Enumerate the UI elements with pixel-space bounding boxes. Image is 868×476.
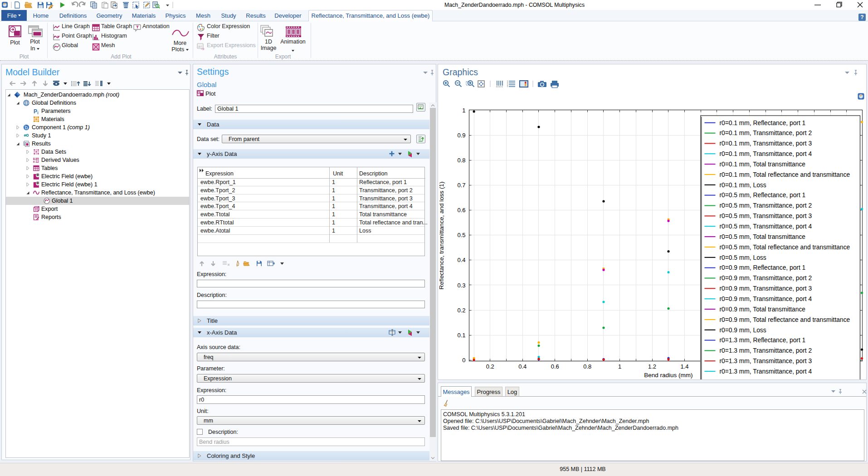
svg-text:r0=0.5 mm, Total transmittance: r0=0.5 mm, Total transmittance bbox=[720, 233, 806, 240]
svg-text:r0=1.3 mm, Transmittance, port: r0=1.3 mm, Transmittance, port 3 bbox=[720, 358, 812, 364]
svg-text:r0=0.1 mm, Loss: r0=0.1 mm, Loss bbox=[720, 182, 766, 189]
svg-text:0.9: 0.9 bbox=[457, 132, 465, 139]
svg-text:r0=1.3 mm, Transmittance, port: r0=1.3 mm, Transmittance, port 2 bbox=[720, 347, 812, 354]
svg-text:r0=0.1 mm, Transmittance, port: r0=0.1 mm, Transmittance, port 2 bbox=[720, 130, 812, 136]
svg-text:r0=0.1 mm, Total reflectance a: r0=0.1 mm, Total reflectance and transmi… bbox=[720, 171, 850, 178]
svg-text:1.2: 1.2 bbox=[648, 363, 656, 370]
svg-text:r0=0.1 mm, Transmittance, port: r0=0.1 mm, Transmittance, port 4 bbox=[720, 151, 812, 157]
svg-text:Bend radius (mm): Bend radius (mm) bbox=[644, 372, 692, 379]
svg-text:r0=1.3 mm, Reflectance, port 1: r0=1.3 mm, Reflectance, port 1 bbox=[720, 337, 806, 344]
svg-text:0.2: 0.2 bbox=[486, 363, 494, 370]
svg-text:r0=0.5 mm, Total reflectance a: r0=0.5 mm, Total reflectance and transmi… bbox=[720, 244, 850, 251]
svg-text:r0=0.9 mm, Transmittance, port: r0=0.9 mm, Transmittance, port 2 bbox=[720, 275, 812, 282]
svg-text:r0=0.1 mm, Transmittance, port: r0=0.1 mm, Transmittance, port 3 bbox=[720, 140, 812, 147]
svg-text:r0=0.9 mm, Transmittance, port: r0=0.9 mm, Transmittance, port 3 bbox=[720, 285, 812, 292]
svg-text:r0=0.9 mm, Reflectance, port 1: r0=0.9 mm, Reflectance, port 1 bbox=[720, 264, 806, 271]
svg-text:r0=0.1 mm, Reflectance, port 1: r0=0.1 mm, Reflectance, port 1 bbox=[720, 120, 806, 126]
svg-text:0.8: 0.8 bbox=[583, 363, 591, 370]
svg-text:Ω: Ω bbox=[25, 126, 28, 130]
svg-text:1: 1 bbox=[618, 363, 621, 370]
svg-text:0.1: 0.1 bbox=[457, 332, 465, 339]
svg-text:0.2: 0.2 bbox=[457, 307, 465, 314]
svg-text:r0=0.5 mm, Loss: r0=0.5 mm, Loss bbox=[720, 254, 766, 261]
svg-text:r0=0.5 mm, Transmittance, port: r0=0.5 mm, Transmittance, port 3 bbox=[720, 213, 812, 219]
svg-text:0: 0 bbox=[462, 357, 465, 364]
svg-text:r0=0.9 mm, Loss: r0=0.9 mm, Loss bbox=[720, 327, 766, 334]
svg-text:1.4: 1.4 bbox=[680, 363, 688, 370]
svg-text:r0=0.5 mm, Transmittance, port: r0=0.5 mm, Transmittance, port 4 bbox=[720, 223, 812, 230]
svg-text:r0=0.5 mm, Transmittance, port: r0=0.5 mm, Transmittance, port 2 bbox=[720, 202, 812, 209]
svg-text:0.3: 0.3 bbox=[457, 282, 465, 289]
svg-text:0.7: 0.7 bbox=[457, 182, 465, 189]
svg-text:0.6: 0.6 bbox=[457, 207, 465, 214]
svg-text:i: i bbox=[37, 111, 39, 115]
svg-text:r0=0.1 mm, Total transmittance: r0=0.1 mm, Total transmittance bbox=[720, 161, 806, 168]
svg-text:0.5: 0.5 bbox=[457, 232, 465, 238]
svg-text:r0=0.9 mm, Total transmittance: r0=0.9 mm, Total transmittance bbox=[720, 306, 806, 313]
svg-text:a=: a= bbox=[198, 44, 202, 49]
svg-text:0.6: 0.6 bbox=[551, 363, 559, 370]
svg-text:r0=0.9 mm, Transmittance, port: r0=0.9 mm, Transmittance, port 4 bbox=[720, 296, 812, 302]
svg-text:P: P bbox=[34, 108, 37, 115]
svg-text:0.4: 0.4 bbox=[518, 363, 527, 370]
svg-text:r0=1.3 mm, Transmittance, port: r0=1.3 mm, Transmittance, port 4 bbox=[720, 368, 812, 375]
svg-text:0.8: 0.8 bbox=[457, 157, 465, 164]
svg-text:Reflectance, transmittance, an: Reflectance, transmittance, and loss (1) bbox=[438, 182, 445, 290]
svg-text:r0=0.9 mm, Total reflectance a: r0=0.9 mm, Total reflectance and transmi… bbox=[720, 316, 850, 323]
svg-text:0.4: 0.4 bbox=[457, 257, 465, 263]
svg-text:1: 1 bbox=[462, 107, 465, 114]
svg-text:e-12: e-12 bbox=[33, 160, 39, 163]
svg-text:r0=0.5 mm, Reflectance, port 1: r0=0.5 mm, Reflectance, port 1 bbox=[720, 192, 806, 199]
